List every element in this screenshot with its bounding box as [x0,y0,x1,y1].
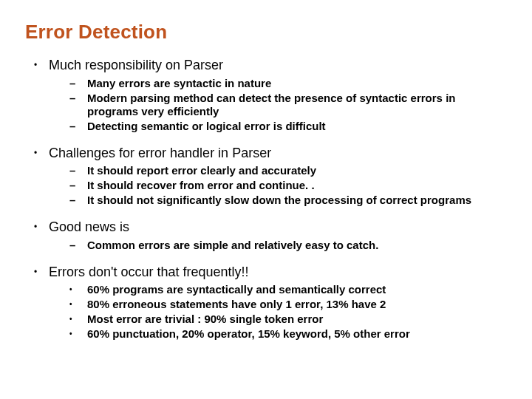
bullet-list-level1: • Much responsibility on Parser –Many er… [25,57,507,341]
list-item: •60% programs are syntactically and sema… [69,283,507,296]
sublist: –Common errors are simple and relatively… [33,236,507,252]
list-item: •Most error are trivial : 90% single tok… [69,313,507,326]
item-text: Detecting semantic or logical error is d… [87,120,507,133]
bullet-icon: • [33,60,38,71]
bullet-icon: • [69,315,78,324]
section-challenges: • Challenges for error handler in Parser… [33,145,507,208]
section-heading: Errors don't occur that frequently!! [49,264,507,281]
item-text: It should not significantly slow down th… [87,194,507,207]
list-item: –Many errors are syntactic in nature [69,77,507,90]
item-text: 60% programs are syntactically and seman… [87,283,507,296]
dash-icon: – [69,92,78,105]
bullet-icon: • [69,300,78,309]
list-item: •80% erroneous statements have only 1 er… [69,298,507,311]
page-title: Error Detection [25,21,507,44]
section-heading: Much responsibility on Parser [49,57,507,74]
sublist: –It should report error clearly and accu… [33,161,507,207]
bullet-icon: • [33,148,38,159]
dash-icon: – [69,179,78,192]
item-text: It should recover from error and continu… [87,179,507,192]
list-item: –It should recover from error and contin… [69,179,507,192]
list-item: –Modern parsing method can detect the pr… [69,92,507,118]
dash-icon: – [69,120,78,133]
dash-icon: – [69,164,78,177]
list-item: –It should not significantly slow down t… [69,194,507,207]
list-item: •60% punctuation, 20% operator, 15% keyw… [69,327,507,341]
list-item: –Detecting semantic or logical error is … [69,120,507,133]
sublist: •60% programs are syntactically and sema… [33,280,507,341]
item-text: Most error are trivial : 90% single toke… [87,313,507,326]
slide: Error Detection • Much responsibility on… [0,0,532,399]
list-item: –Common errors are simple and relatively… [69,239,507,252]
dash-icon: – [69,239,78,252]
bullet-icon: • [33,267,38,278]
section-good-news: • Good news is –Common errors are simple… [33,219,507,252]
item-text: Common errors are simple and relatively … [87,239,507,252]
bullet-icon: • [33,222,38,233]
section-error-frequency: • Errors don't occur that frequently!! •… [33,264,507,341]
item-text: Modern parsing method can detect the pre… [87,92,507,118]
section-heading: Good news is [49,219,507,236]
item-text: Many errors are syntactic in nature [87,77,507,90]
bullet-icon: • [69,285,78,294]
list-item: –It should report error clearly and accu… [69,164,507,177]
section-heading: Challenges for error handler in Parser [49,145,507,162]
dash-icon: – [69,77,78,90]
section-parser-responsibility: • Much responsibility on Parser –Many er… [33,57,507,133]
item-text: It should report error clearly and accur… [87,164,507,177]
item-text: 60% punctuation, 20% operator, 15% keywo… [87,327,507,341]
dash-icon: – [69,194,78,207]
item-text: 80% erroneous statements have only 1 err… [87,298,507,311]
sublist: –Many errors are syntactic in nature –Mo… [33,74,507,133]
bullet-icon: • [69,330,78,338]
